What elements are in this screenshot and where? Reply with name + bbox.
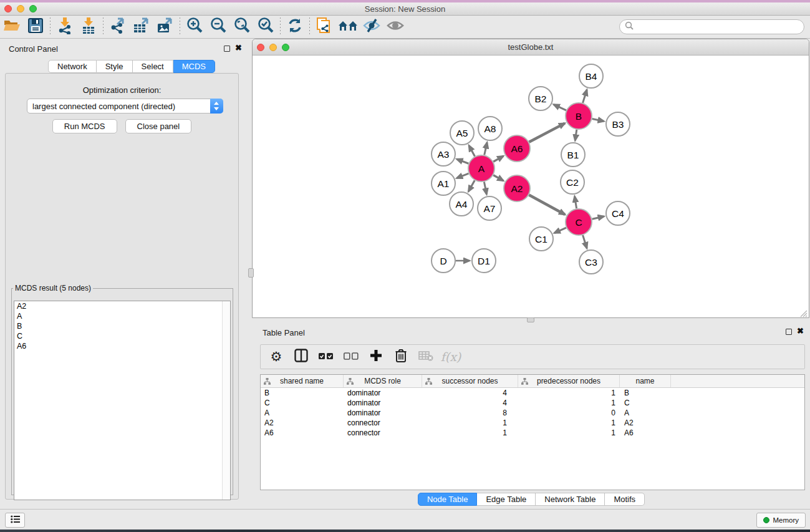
table-cell[interactable]: A6 <box>261 428 344 438</box>
table-settings-button[interactable]: ⚙ <box>266 347 287 367</box>
table-row[interactable]: A2connector11A2 <box>261 418 804 428</box>
column-header-successor-nodes[interactable]: successor nodes <box>422 375 518 387</box>
table-tab-node-table[interactable]: Node Table <box>418 493 478 506</box>
table-cell[interactable]: A <box>261 408 344 418</box>
edge-A2-C[interactable] <box>529 195 565 215</box>
add-column-button[interactable] <box>365 347 387 367</box>
table-cell[interactable]: connector <box>344 418 422 428</box>
table-tab-edge-table[interactable]: Edge Table <box>477 493 536 506</box>
edge-B-B1[interactable] <box>575 130 577 140</box>
table-cell[interactable]: 4 <box>422 388 518 398</box>
import-network-button[interactable] <box>53 17 77 37</box>
mcds-result-item[interactable]: A <box>14 311 230 321</box>
table-cell[interactable]: 1 <box>518 388 620 398</box>
edge-A-A2[interactable] <box>493 175 503 181</box>
zoom-selected-button[interactable] <box>254 17 277 37</box>
column-header-MCDS-role[interactable]: MCDS role <box>344 375 422 387</box>
run-mcds-button[interactable]: Run MCDS <box>52 119 117 133</box>
table-cell[interactable]: B <box>261 388 344 398</box>
table-tab-motifs[interactable]: Motifs <box>605 493 645 506</box>
zoom-fit-button[interactable] <box>230 17 254 37</box>
table-row[interactable]: A6connector11A6 <box>261 428 804 438</box>
edge-A-A6[interactable] <box>493 156 503 162</box>
home-button[interactable] <box>336 17 360 37</box>
show-all-button[interactable] <box>383 17 407 37</box>
refresh-view-button[interactable] <box>283 17 307 37</box>
float-panel-icon[interactable] <box>224 46 230 52</box>
table-cell[interactable]: 1 <box>518 418 620 428</box>
edge-A-A4[interactable] <box>468 180 475 191</box>
table-cell[interactable]: C <box>620 398 671 408</box>
zoom-in-button[interactable] <box>183 17 206 37</box>
edge-B-B2[interactable] <box>554 105 566 110</box>
delete-table-button[interactable] <box>415 347 436 367</box>
edge-C-C3[interactable] <box>583 235 587 248</box>
horizontal-split-grip[interactable] <box>248 268 254 278</box>
tab-select[interactable]: Select <box>133 60 173 73</box>
table-row[interactable]: Cdominator41C <box>261 398 804 408</box>
show-columns-button[interactable] <box>291 347 312 367</box>
edge-A6-B[interactable] <box>529 123 564 142</box>
close-table-panel-icon[interactable]: ✖ <box>797 326 804 336</box>
float-table-panel-icon[interactable] <box>786 329 792 335</box>
optimization-criterion-select[interactable]: largest connected component (directed) <box>27 99 223 114</box>
table-cell[interactable]: dominator <box>344 408 422 418</box>
edge-A-A1[interactable] <box>456 173 468 178</box>
edge-B-B4[interactable] <box>583 90 587 103</box>
table-cell[interactable]: 1 <box>518 428 620 438</box>
table-cell[interactable]: 1 <box>422 418 518 428</box>
export-table-button[interactable] <box>130 17 153 37</box>
mcds-result-list[interactable]: A2ABCA6 <box>14 301 231 500</box>
network-snapshot-button[interactable] <box>312 17 336 37</box>
table-cell[interactable]: 1 <box>518 398 620 408</box>
memory-button[interactable]: Memory <box>756 513 806 528</box>
tab-style[interactable]: Style <box>97 60 133 73</box>
table-cell[interactable]: 1 <box>422 428 518 438</box>
network-graph[interactable]: B4B2BB3A5A8A6A3B1AA1C2A2A4A7C4CC1C3DD1 <box>253 56 809 317</box>
search-input[interactable] <box>634 21 804 32</box>
tab-mcds[interactable]: MCDS <box>173 60 215 73</box>
edge-A-A8[interactable] <box>485 142 487 155</box>
edge-C-C1[interactable] <box>554 228 566 233</box>
mcds-result-item[interactable]: A2 <box>14 301 230 311</box>
edge-A-A7[interactable] <box>484 182 486 195</box>
table-cell[interactable]: 4 <box>422 398 518 408</box>
export-image-button[interactable] <box>153 17 177 37</box>
tab-network[interactable]: Network <box>48 60 97 73</box>
deselect-all-button[interactable] <box>340 347 362 367</box>
table-row[interactable]: Adominator80A <box>261 408 804 418</box>
table-cell[interactable]: B <box>620 388 671 398</box>
network-window-titlebar[interactable]: testGlobe.txt <box>253 39 809 56</box>
toolbar-search[interactable] <box>619 19 804 34</box>
close-panel-button[interactable]: Close panel <box>125 119 192 133</box>
column-header-name[interactable]: name <box>620 375 671 387</box>
hide-selected-button[interactable] <box>360 17 383 37</box>
edge-C-C2[interactable] <box>575 196 577 209</box>
table-row[interactable]: Bdominator41B <box>261 388 804 398</box>
result-scrollbar[interactable] <box>222 301 230 500</box>
edge-A-A5[interactable] <box>469 145 475 156</box>
table-tab-network-table[interactable]: Network Table <box>536 493 605 506</box>
select-all-button[interactable] <box>316 347 337 367</box>
column-header-shared-name[interactable]: shared name <box>261 375 344 387</box>
table-cell[interactable]: C <box>261 398 344 408</box>
mcds-result-item[interactable]: C <box>14 331 230 341</box>
table-cell[interactable]: dominator <box>344 398 422 408</box>
edge-B-B3[interactable] <box>592 118 604 121</box>
mcds-result-item[interactable]: A6 <box>14 341 230 351</box>
table-cell[interactable]: A <box>620 408 671 418</box>
import-table-button[interactable] <box>77 17 100 37</box>
open-session-button[interactable] <box>0 17 24 37</box>
table-cell[interactable]: A2 <box>261 418 344 428</box>
close-panel-icon[interactable]: ✖ <box>235 43 242 52</box>
window-resize-grip[interactable] <box>800 309 808 316</box>
edge-C-C4[interactable] <box>592 216 604 219</box>
column-header-predecessor-nodes[interactable]: predecessor nodes <box>518 375 620 387</box>
delete-column-button[interactable] <box>390 347 412 367</box>
table-cell[interactable]: dominator <box>344 388 422 398</box>
function-builder-button[interactable]: f(x) <box>440 347 461 367</box>
table-cell[interactable]: 0 <box>518 408 620 418</box>
table-cell[interactable]: A6 <box>620 428 671 438</box>
network-canvas[interactable]: B4B2BB3A5A8A6A3B1AA1C2A2A4A7C4CC1C3DD1 <box>253 56 809 317</box>
zoom-out-button[interactable] <box>206 17 230 37</box>
